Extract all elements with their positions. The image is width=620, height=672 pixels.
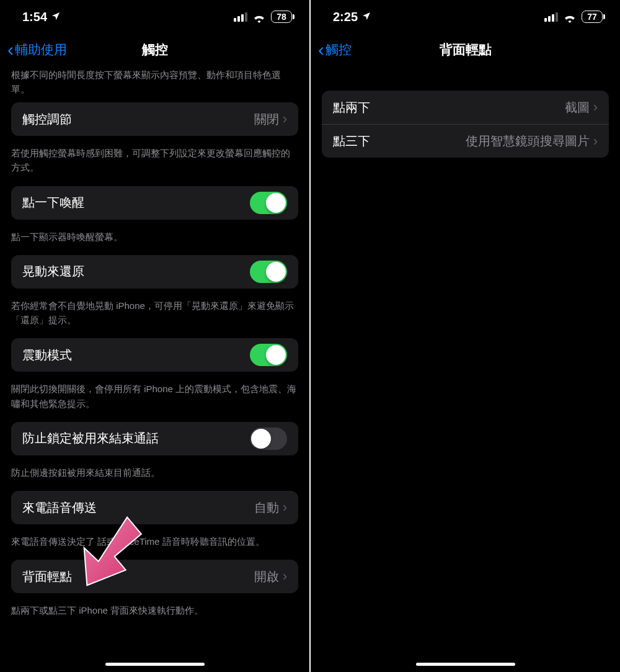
page-title: 觸控 [142,41,168,58]
row-label: 觸控調節 [22,111,72,128]
row-label: 晃動來還原 [22,263,84,280]
home-indicator[interactable] [105,663,205,666]
toggle-shake-to-undo[interactable] [250,261,287,283]
status-bar: 2:25 77 [311,0,620,34]
row-call-audio-routing[interactable]: 來電語音傳送 自動 › [11,491,298,524]
row-label: 來電語音傳送 [22,500,97,516]
toggle-knob [266,262,286,282]
row-footer: 點兩下或點三下 iPhone 背面來快速執行動作。 [0,598,309,629]
row-footer: 若使用觸控螢幕時感到困難，可調整下列設定來更改螢幕回應觸控的方式。 [0,141,309,186]
partial-footer-text: 根據不同的時間長度按下螢幕來顯示內容預覽、動作和項目特色選單。 [0,66,309,102]
back-button[interactable]: ‹ 觸控 [318,40,352,59]
row-value: 自動 [254,500,279,516]
row-value: 截圖 [565,99,590,116]
cellular-icon [234,12,247,22]
wifi-icon [252,12,266,22]
toggle-prevent-lock[interactable] [250,428,287,450]
page-title: 背面輕點 [440,41,492,58]
row-touch-accommodations[interactable]: 觸控調節 關閉 › [11,102,298,136]
row-label: 防止鎖定被用來結束通話 [22,430,159,447]
location-icon [361,10,371,24]
row-label: 點兩下 [333,99,370,116]
row-footer: 來電語音傳送決定了 話或 FaceTime 語音時聆聽音訊的位置。 [0,529,309,560]
status-time: 2:25 [333,10,358,24]
back-label: 觸控 [326,41,352,58]
row-triple-tap[interactable]: 點三下 使用智慧鏡頭搜尋圖片 › [322,124,609,158]
row-back-tap[interactable]: 背面輕點 開啟 › [11,560,298,593]
row-label: 震動模式 [22,347,72,364]
toggle-knob [251,429,271,449]
battery-icon: 78 [271,11,292,23]
phone-right-back-tap-settings: 2:25 77 ‹ 觸控 背面輕點 點兩下 截圖 [311,0,620,672]
row-vibration[interactable]: 震動模式 [11,338,298,372]
row-footer: 關閉此切換開關後，會停用所有 iPhone 上的震動模式，包含地震、海嘯和其他緊… [0,377,309,422]
settings-scroll[interactable]: 根據不同的時間長度按下螢幕來顯示內容預覽、動作和項目特色選單。 觸控調節 關閉 … [0,66,309,653]
row-label: 背面輕點 [22,568,72,585]
chevron-right-icon: › [283,111,287,127]
row-double-tap[interactable]: 點兩下 截圖 › [322,91,609,124]
row-value: 使用智慧鏡頭搜尋圖片 [466,133,590,150]
row-prevent-lock-end-call[interactable]: 防止鎖定被用來結束通話 [11,422,298,455]
chevron-right-icon: › [283,568,287,585]
toggle-vibration[interactable] [250,344,287,366]
nav-header: ‹ 觸控 背面輕點 [311,34,620,66]
row-value: 開啟 [254,568,279,585]
row-label: 點三下 [333,133,370,150]
back-button[interactable]: ‹ 輔助使用 [7,40,67,59]
toggle-tap-to-wake[interactable] [250,192,287,214]
settings-scroll[interactable]: 點兩下 截圖 › 點三下 使用智慧鏡頭搜尋圖片 › [311,66,620,158]
cellular-icon [544,12,558,22]
back-label: 輔助使用 [15,41,67,58]
row-footer: 防止側邊按鈕被用來結束目前通話。 [0,460,309,491]
status-bar: 1:54 78 [0,0,309,34]
row-shake-to-undo[interactable]: 晃動來還原 [11,255,298,289]
toggle-knob [266,345,286,365]
home-indicator[interactable] [416,663,515,666]
toggle-knob [266,193,286,213]
nav-header: ‹ 輔助使用 觸控 [0,34,309,66]
phone-left-touch-settings: 1:54 78 ‹ 輔助使用 觸控 根據不同的時間長度按下螢幕來顯示內容預覽、動… [0,0,309,672]
status-time: 1:54 [22,10,47,24]
chevron-left-icon: ‹ [318,40,324,59]
chevron-right-icon: › [593,99,598,115]
row-label: 點一下喚醒 [22,194,84,211]
row-value: 關閉 [254,111,279,128]
chevron-left-icon: ‹ [7,40,14,59]
row-footer: 點一下顯示器時喚醒螢幕。 [0,225,309,255]
chevron-right-icon: › [593,133,598,150]
battery-icon: 77 [582,11,603,23]
row-tap-to-wake[interactable]: 點一下喚醒 [11,186,298,220]
chevron-right-icon: › [283,500,287,516]
row-footer: 若你經常會不自覺地晃動 iPhone，可停用「晃動來還原」來避免顯示「還原」提示… [0,293,309,339]
wifi-icon [563,12,577,22]
location-icon [51,10,61,24]
